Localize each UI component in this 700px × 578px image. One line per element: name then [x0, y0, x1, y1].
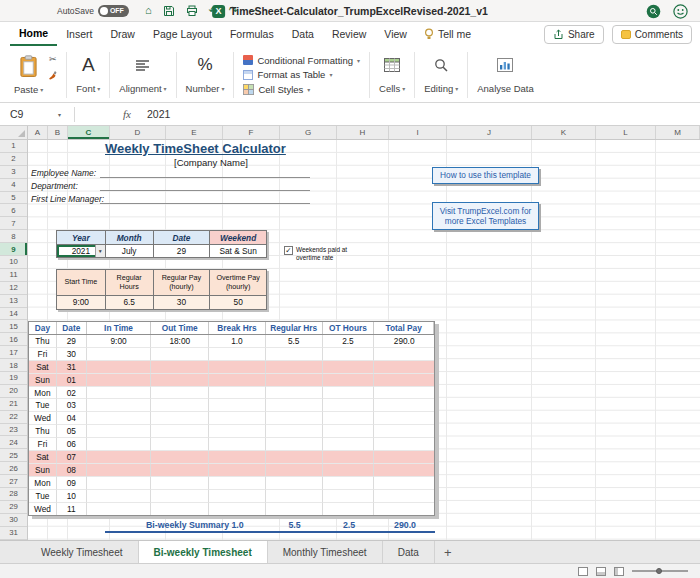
font-group-button[interactable]: A Font▾	[70, 49, 106, 100]
timesheet-cell[interactable]	[87, 438, 152, 451]
timesheet-cell[interactable]: 01	[57, 374, 87, 387]
cut-icon[interactable]: ✂	[49, 55, 57, 64]
timesheet-cell[interactable]	[374, 399, 434, 412]
timesheet-cell[interactable]	[374, 412, 434, 425]
number-group-button[interactable]: % Number▾	[180, 49, 231, 100]
timesheet-cell[interactable]	[151, 503, 209, 516]
timesheet-cell[interactable]: Fri	[29, 348, 57, 361]
feedback-smiley-icon[interactable]	[673, 4, 688, 19]
timesheet-cell[interactable]	[266, 438, 323, 451]
name-box-dropdown-icon[interactable]: ▾	[58, 111, 74, 118]
employee-name-field[interactable]	[100, 177, 310, 178]
timesheet-cell[interactable]	[266, 412, 323, 425]
ribbon-tab-view[interactable]: View	[375, 22, 416, 46]
timesheet-cell[interactable]: 2.5	[323, 335, 375, 348]
page-break-preview-icon[interactable]	[614, 567, 624, 576]
timesheet-cell[interactable]	[151, 425, 209, 438]
autosave-switch[interactable]: OFF	[98, 5, 129, 17]
timesheet-cell[interactable]	[266, 425, 323, 438]
year-table-value-year[interactable]: 2021▼	[57, 245, 105, 257]
timesheet-cell[interactable]	[87, 374, 152, 387]
tell-me-button[interactable]: Tell me	[424, 28, 471, 40]
timesheet-cell[interactable]	[209, 503, 266, 516]
ribbon-tab-draw[interactable]: Draw	[101, 22, 144, 46]
row-header-26[interactable]: 26	[0, 462, 27, 475]
timesheet-cell[interactable]	[374, 464, 434, 477]
timesheet-cell[interactable]	[209, 425, 266, 438]
ribbon-tab-insert[interactable]: Insert	[57, 22, 101, 46]
column-header-L[interactable]: L	[596, 126, 656, 139]
timesheet-cell[interactable]	[151, 477, 209, 490]
year-table-value-date[interactable]: 29	[153, 245, 210, 257]
timesheet-cell[interactable]: Fri	[29, 438, 57, 451]
timesheet-cell[interactable]	[87, 425, 152, 438]
timesheet-cell[interactable]: Mon	[29, 387, 57, 400]
timesheet-cell[interactable]	[209, 464, 266, 477]
timesheet-cell[interactable]	[374, 387, 434, 400]
cell-styles-button[interactable]: Cell Styles ▾	[243, 82, 360, 96]
manager-field[interactable]	[100, 203, 310, 204]
row-header-22[interactable]: 22	[0, 411, 27, 424]
sheet-tab-weekly-timesheet[interactable]: Weekly Timesheet	[26, 541, 139, 563]
timesheet-cell[interactable]	[151, 412, 209, 425]
row-header-17[interactable]: 17	[0, 346, 27, 359]
conditional-formatting-button[interactable]: Conditional Formatting ▾	[243, 53, 360, 67]
timesheet-cell[interactable]: 5.5	[266, 335, 323, 348]
timesheet-cell[interactable]: 29	[57, 335, 87, 348]
row-header-3[interactable]: 3	[0, 166, 27, 179]
select-all-corner[interactable]	[0, 126, 28, 139]
timesheet-cell[interactable]: 05	[57, 425, 87, 438]
timesheet-cell[interactable]	[266, 477, 323, 490]
timesheet-cell[interactable]: Thu	[29, 425, 57, 438]
timesheet-cell[interactable]	[151, 374, 209, 387]
timesheet-cell[interactable]: 31	[57, 361, 87, 374]
timesheet-cell[interactable]	[323, 451, 375, 464]
column-header-J[interactable]: J	[447, 126, 532, 139]
row-header-16[interactable]: 16	[0, 333, 27, 346]
timesheet-cell[interactable]: Wed	[29, 503, 57, 516]
timesheet-cell[interactable]	[151, 348, 209, 361]
row-header-29[interactable]: 29	[0, 501, 27, 514]
row-header-10[interactable]: 10	[0, 256, 27, 269]
row-header-13[interactable]: 13	[0, 295, 27, 308]
how-to-use-template-button[interactable]: How to use this template	[432, 167, 539, 184]
timesheet-cell[interactable]	[374, 503, 434, 516]
normal-view-icon[interactable]	[578, 567, 588, 576]
timesheet-cell[interactable]	[323, 399, 375, 412]
column-header-I[interactable]: I	[389, 126, 447, 139]
search-icon[interactable]	[646, 4, 661, 19]
timesheet-cell[interactable]	[266, 374, 323, 387]
name-box[interactable]: C9	[0, 108, 58, 120]
timesheet-cell[interactable]	[374, 451, 434, 464]
timesheet-cell[interactable]: 06	[57, 438, 87, 451]
department-field[interactable]	[100, 190, 310, 191]
timesheet-cell[interactable]	[266, 490, 323, 503]
rate-table-value-regular-pay-hourly[interactable]: 30	[153, 296, 210, 309]
timesheet-cell[interactable]	[374, 425, 434, 438]
timesheet-cell[interactable]: 9:00	[87, 335, 152, 348]
row-header-23[interactable]: 23	[0, 424, 27, 437]
timesheet-cell[interactable]	[87, 361, 152, 374]
row-header-9[interactable]: 9	[0, 243, 27, 256]
row-header-21[interactable]: 21	[0, 398, 27, 411]
timesheet-cell[interactable]	[323, 438, 375, 451]
column-header-F[interactable]: F	[223, 126, 280, 139]
row-header-4[interactable]: 4	[0, 179, 27, 192]
row-header-24[interactable]: 24	[0, 436, 27, 449]
timesheet-cell[interactable]: 04	[57, 412, 87, 425]
column-header-H[interactable]: H	[337, 126, 389, 139]
sheet-tab-bi-weekly-timesheet[interactable]: Bi-weekly Timesheet	[139, 541, 268, 563]
timesheet-cell[interactable]	[323, 412, 375, 425]
timesheet-cell[interactable]: 11	[57, 503, 87, 516]
row-header-2[interactable]: 2	[0, 153, 27, 166]
format-as-table-button[interactable]: Format as Table ▾	[243, 68, 360, 82]
rate-table-value-start-time[interactable]: 9:00	[57, 296, 105, 309]
timesheet-cell[interactable]	[209, 412, 266, 425]
timesheet-cell[interactable]	[209, 361, 266, 374]
row-header-11[interactable]: 11	[0, 269, 27, 282]
ribbon-tab-formulas[interactable]: Formulas	[221, 22, 283, 46]
timesheet-cell[interactable]: Tue	[29, 399, 57, 412]
timesheet-cell[interactable]: 18:00	[151, 335, 209, 348]
timesheet-cell[interactable]	[87, 412, 152, 425]
autosave-toggle[interactable]: AutoSave OFF	[57, 5, 129, 17]
